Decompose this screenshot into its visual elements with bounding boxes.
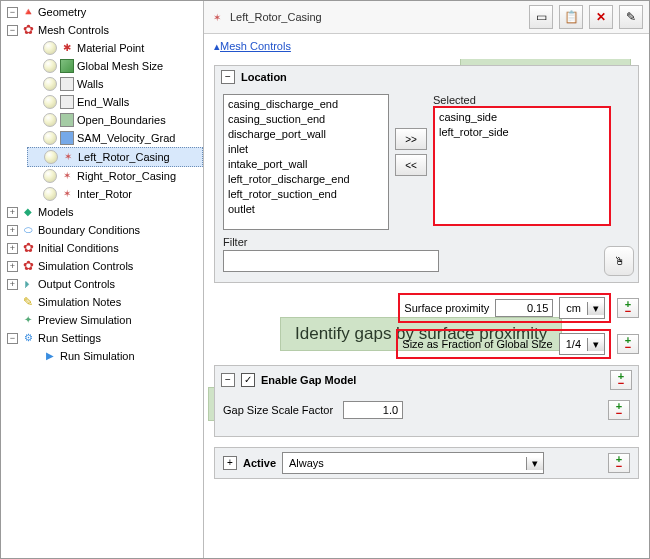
expand-icon[interactable]: + [7,261,18,272]
add-remove-button[interactable]: +− [617,298,639,318]
active-group: + Active Always▾ +− [214,447,639,479]
list-item[interactable]: casing_side [437,110,607,125]
move-left-button[interactable]: << [395,154,427,176]
list-item[interactable]: intake_port_wall [226,157,386,172]
tree-node-sn[interactable]: Simulation Notes [38,293,121,311]
unit-dropdown[interactable]: cm▾ [559,297,605,319]
new-button[interactable]: ▭ [529,5,553,29]
tree-node-models[interactable]: Models [38,203,73,221]
model-tree[interactable]: −🔺Geometry −✿Mesh Controls ✱Material Poi… [1,1,204,558]
tree-node-bc[interactable]: Boundary Conditions [38,221,140,239]
panel-title: Left_Rotor_Casing [230,11,322,23]
size-fraction-label: Size as Fraction of Global Size [402,338,552,350]
collapse-icon[interactable]: − [221,70,235,84]
chevron-down-icon[interactable]: ▾ [526,457,543,470]
list-item[interactable]: discharge_port_wall [226,127,386,142]
paste-button[interactable]: 📋 [559,5,583,29]
size-fraction-dropdown[interactable]: 1/4▾ [559,333,605,355]
enable-gap-checkbox[interactable]: ✓ [241,373,255,387]
active-dropdown[interactable]: Always▾ [282,452,544,474]
tree-item[interactable]: SAM_Velocity_Grad [77,129,175,147]
tree-node-mesh-controls[interactable]: Mesh Controls [38,21,109,39]
gap-model-group: − ✓ Enable Gap Model +− Gap Size Scale F… [214,365,639,437]
bc-icon: ⬭ [21,223,35,237]
gap-factor-input[interactable] [343,401,403,419]
list-item[interactable]: outlet [226,202,386,217]
expand-icon[interactable]: + [7,207,18,218]
chevron-down-icon[interactable]: ▾ [587,302,604,315]
filter-input[interactable] [223,250,439,272]
bulb-icon[interactable] [43,131,57,145]
preview-icon: ✦ [21,313,35,327]
box-icon [60,131,74,145]
edit-button[interactable]: ✎ [619,5,643,29]
sc-icon: ✿ [21,259,35,273]
add-remove-button[interactable]: +− [608,453,630,473]
delete-button[interactable]: ✕ [589,5,613,29]
tree-node-ic[interactable]: Initial Conditions [38,239,119,257]
point-icon: ✱ [60,41,74,55]
panel-header: ✶ Left_Rotor_Casing ▭ 📋 ✕ ✎ [204,1,649,34]
chevron-down-icon[interactable]: ▾ [587,338,604,351]
bulb-icon[interactable] [43,169,57,183]
breadcrumb-link[interactable]: Mesh Controls [220,40,291,52]
tree-item[interactable]: Inter_Rotor [77,185,132,203]
expand-icon[interactable]: + [7,243,18,254]
bulb-icon[interactable] [43,41,57,55]
list-item[interactable]: casing_discharge_end [226,97,386,112]
run-icon: ▶ [43,349,57,363]
bulb-icon[interactable] [43,59,57,73]
list-item[interactable]: left_rotor_suction_end [226,187,386,202]
move-right-button[interactable]: >> [395,128,427,150]
tree-item-selected[interactable]: Left_Rotor_Casing [78,148,170,166]
expand-icon[interactable]: + [7,225,18,236]
bulb-icon[interactable] [43,77,57,91]
selected-label: Selected [433,94,611,106]
tree-item[interactable]: Material Point [77,39,144,57]
tree-node-sc[interactable]: Simulation Controls [38,257,133,275]
pick-from-screen-button[interactable]: 🖱 [604,246,634,276]
tree-node-run[interactable]: Run Simulation [60,347,135,365]
models-icon: ◆ [21,205,35,219]
breadcrumb: ▴Mesh Controls [204,34,649,59]
bulb-icon[interactable] [43,113,57,127]
surface-proximity-input[interactable] [495,299,553,317]
list-item[interactable]: left_rotor_side [437,125,607,140]
tree-node-rs[interactable]: Run Settings [38,329,101,347]
expand-icon[interactable]: + [223,456,237,470]
tree-item[interactable]: Right_Rotor_Casing [77,167,176,185]
size-fraction-row: Size as Fraction of Global Size 1/4▾ [396,329,611,359]
collapse-icon[interactable]: − [7,333,18,344]
bulb-icon[interactable] [44,150,58,164]
properties-panel: ✶ Left_Rotor_Casing ▭ 📋 ✕ ✎ ▴Mesh Contro… [204,1,649,558]
surface-proximity-label: Surface proximity [404,302,489,314]
tree-item[interactable]: Walls [77,75,103,93]
list-item[interactable]: left_rotor_discharge_end [226,172,386,187]
box-icon [60,95,74,109]
add-remove-button[interactable]: +− [610,370,632,390]
selected-list[interactable]: casing_side left_rotor_side [433,106,611,226]
tree-node-oc[interactable]: Output Controls [38,275,115,293]
active-title: Active [243,457,276,469]
collapse-icon[interactable]: − [7,7,18,18]
add-remove-button[interactable]: +− [617,334,639,354]
expand-icon[interactable]: + [7,279,18,290]
available-list[interactable]: casing_discharge_end casing_suction_end … [223,94,389,230]
list-item[interactable]: inlet [226,142,386,157]
tree-item[interactable]: Global Mesh Size [77,57,163,75]
tree-node-ps[interactable]: Preview Simulation [38,311,132,329]
bulb-icon[interactable] [43,187,57,201]
tree-node-geometry[interactable]: Geometry [38,3,86,21]
surface-proximity-row: Surface proximity cm▾ [398,293,611,323]
cube-icon [60,59,74,73]
collapse-icon[interactable]: − [221,373,235,387]
tree-item[interactable]: Open_Boundaries [77,111,166,129]
list-item[interactable]: casing_suction_end [226,112,386,127]
rotor-icon: ✶ [60,169,74,183]
active-value: Always [283,457,330,469]
add-remove-button[interactable]: +− [608,400,630,420]
bulb-icon[interactable] [43,95,57,109]
tree-item[interactable]: End_Walls [77,93,129,111]
gap-factor-label: Gap Size Scale Factor [223,404,333,416]
collapse-icon[interactable]: − [7,25,18,36]
